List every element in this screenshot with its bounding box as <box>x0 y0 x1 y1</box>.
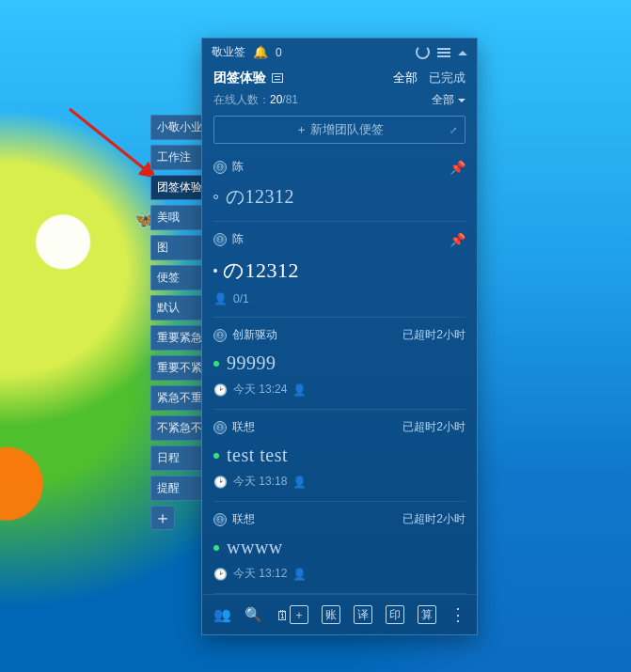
notes-list: ⚇陈📌の12312⚇陈📌の12312👤0/1⚇创新驱动已超时2小时99999🕑今… <box>202 149 477 594</box>
pin-icon[interactable]: 📌 <box>450 160 465 175</box>
note-text: の12312 <box>226 184 294 210</box>
person-icon: 👤 <box>213 292 228 305</box>
online-total: /81 <box>282 93 298 106</box>
online-current: 20 <box>270 93 282 106</box>
new-note-label: ＋ 新增团队便签 <box>295 121 385 138</box>
collapse-icon[interactable] <box>458 46 467 55</box>
sidebar-tab[interactable]: 重要紧急 <box>150 325 201 351</box>
add-tab-button[interactable]: ＋ <box>150 506 175 530</box>
add-button[interactable]: ＋ <box>290 605 308 624</box>
translate-button[interactable]: 译 <box>354 605 372 624</box>
avatar: ⚇ <box>213 513 227 526</box>
note-text: 99999 <box>227 352 276 374</box>
sidebar-tab[interactable]: 图 <box>150 235 201 260</box>
avatar: ⚇ <box>213 421 227 434</box>
note-text: の12312 <box>223 257 299 285</box>
online-label: 在线人数： <box>213 93 270 106</box>
new-note-button[interactable]: ＋ 新增团队便签 ⤢ <box>213 116 465 144</box>
status-dot-icon <box>213 195 218 199</box>
chevron-down-icon <box>458 99 465 106</box>
note-item[interactable]: ⚇联想已超时2小时wwww🕑今天 13:12👤 <box>213 502 465 594</box>
note-item[interactable]: ⚇创新驱动已超时2小时99999🕑今天 13:24👤 <box>213 318 465 410</box>
sidebar-tab[interactable]: 紧急不重要 <box>150 385 201 411</box>
meta-text: 0/1 <box>233 292 249 305</box>
avatar: ⚇ <box>213 233 227 246</box>
team-icon[interactable]: 👥 <box>213 606 231 623</box>
titlebar: 敬业签 🔔 0 <box>202 39 477 66</box>
notification-count: 0 <box>276 46 282 59</box>
board-tabs-sidebar: 小敬小业工作注团签体验美哦图便签默认重要紧急重要不紧急紧急不重要不紧急不重要日程… <box>150 115 201 530</box>
sidebar-tab[interactable]: 工作注 <box>150 145 201 170</box>
tab-all[interactable]: 全部 <box>393 70 418 86</box>
sidebar-tab[interactable]: 团签体验 <box>150 175 201 200</box>
footer-bar: 👥 🔍 🗓 ＋ 账 译 印 算 ⋮ <box>202 594 477 634</box>
filter-dropdown[interactable]: 全部 <box>432 92 465 108</box>
sidebar-tab[interactable]: 日程 <box>150 445 201 471</box>
board-title: 团签体验 <box>213 70 266 86</box>
menu-icon[interactable] <box>437 48 450 57</box>
sync-icon[interactable] <box>416 45 430 59</box>
author-name: 联想 <box>232 419 255 435</box>
person-icon: 👤 <box>292 568 307 581</box>
filter-label: 全部 <box>432 92 454 108</box>
status-text: 已超时2小时 <box>402 327 465 343</box>
tab-done[interactable]: 已完成 <box>429 70 465 86</box>
board-subheader: 在线人数：20/81 全部 <box>202 90 477 116</box>
note-text: test test <box>227 445 288 466</box>
author-name: 创新驱动 <box>232 327 277 343</box>
avatar: ⚇ <box>213 161 227 174</box>
app-name: 敬业签 <box>212 44 245 60</box>
meta-text: 今天 13:24 <box>233 382 287 398</box>
status-text: 已超时2小时 <box>402 511 465 527</box>
status-dot-icon <box>213 545 219 551</box>
author-name: 陈 <box>232 159 244 175</box>
more-icon[interactable]: ⋮ <box>450 604 467 625</box>
clock-icon: 🕑 <box>213 476 228 489</box>
sidebar-tab[interactable]: 小敬小业 <box>150 115 201 140</box>
search-icon[interactable]: 🔍 <box>245 606 262 623</box>
sidebar-tab[interactable]: 不紧急不重要 <box>150 415 201 441</box>
board-header: 团签体验 全部 已完成 <box>202 66 477 90</box>
person-icon: 👤 <box>292 476 307 489</box>
sidebar-tab[interactable]: 默认 <box>150 295 201 320</box>
sidebar-tab[interactable]: 重要不紧急 <box>150 355 201 381</box>
sidebar-tab[interactable]: 提醒 <box>150 476 201 501</box>
list-icon[interactable] <box>272 73 283 83</box>
author-name: 联想 <box>232 511 255 527</box>
note-item[interactable]: ⚇联想已超时2小时test test🕑今天 13:18👤 <box>213 410 465 502</box>
note-text: wwww <box>227 537 283 558</box>
bell-icon[interactable]: 🔔 <box>253 45 268 59</box>
status-dot-icon <box>213 361 219 367</box>
person-icon: 👤 <box>292 383 307 397</box>
calc-button[interactable]: 算 <box>418 605 436 624</box>
meta-text: 今天 13:12 <box>233 566 287 582</box>
avatar: ⚇ <box>213 329 227 342</box>
status-dot-icon <box>213 453 219 459</box>
bullet-icon <box>213 269 217 273</box>
status-text: 已超时2小时 <box>402 419 465 435</box>
author-name: 陈 <box>232 231 244 247</box>
note-item[interactable]: ⚇陈📌の12312 <box>213 149 465 222</box>
stamp-button[interactable]: 印 <box>386 605 404 624</box>
calendar-icon[interactable]: 🗓 <box>276 607 290 623</box>
account-button[interactable]: 账 <box>322 605 340 624</box>
expand-icon: ⤢ <box>450 125 457 135</box>
meta-text: 今天 13:18 <box>233 474 287 490</box>
note-item[interactable]: ⚇陈📌の12312👤0/1 <box>213 222 465 318</box>
clock-icon: 🕑 <box>213 383 228 397</box>
clock-icon: 🕑 <box>213 568 228 581</box>
app-panel: 敬业签 🔔 0 团签体验 全部 已完成 在线人数：20/81 全部 ＋ 新增团队… <box>201 38 478 635</box>
sidebar-tab[interactable]: 便签 <box>150 265 201 290</box>
sidebar-tab[interactable]: 美哦 <box>150 205 201 230</box>
pin-icon[interactable]: 📌 <box>450 232 465 247</box>
